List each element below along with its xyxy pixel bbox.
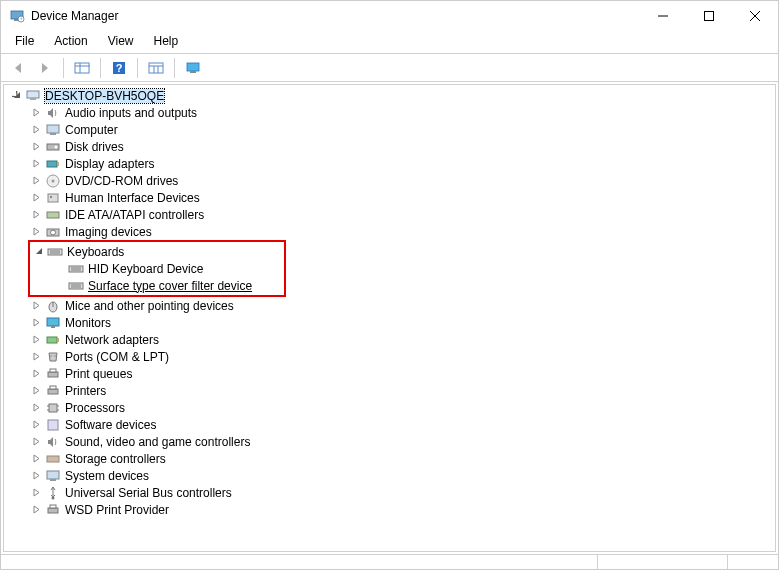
monitor-button[interactable] (181, 57, 205, 79)
window-controls (640, 1, 778, 31)
expand-icon[interactable] (30, 158, 42, 170)
hid-icon (45, 190, 61, 206)
device-hid-keyboard[interactable]: HID Keyboard Device (30, 260, 284, 277)
category-software[interactable]: Software devices (6, 416, 773, 433)
show-hide-tree-button[interactable] (70, 57, 94, 79)
svg-rect-36 (69, 266, 83, 272)
expand-icon[interactable] (30, 124, 42, 136)
cpu-icon (45, 400, 61, 416)
expand-icon[interactable] (30, 504, 42, 516)
svg-rect-7 (75, 63, 89, 73)
svg-rect-16 (187, 63, 199, 71)
category-disk[interactable]: Disk drives (6, 138, 773, 155)
toolbar: ? (1, 54, 778, 82)
disk-icon (45, 139, 61, 155)
menu-view[interactable]: View (100, 32, 142, 50)
svg-point-48 (50, 355, 51, 356)
category-computer[interactable]: Computer (6, 121, 773, 138)
expand-icon[interactable] (30, 453, 42, 465)
expand-icon[interactable] (30, 385, 42, 397)
expand-icon[interactable] (30, 436, 42, 448)
device-tree[interactable]: DESKTOP-BVH5OQE Audio inputs and outputs… (3, 84, 776, 552)
statusbar (1, 554, 778, 570)
category-keyboards[interactable]: Keyboards (30, 243, 284, 260)
category-dvd[interactable]: DVD/CD-ROM drives (6, 172, 773, 189)
category-sound[interactable]: Sound, video and game controllers (6, 433, 773, 450)
category-hid[interactable]: Human Interface Devices (6, 189, 773, 206)
expand-icon[interactable] (30, 470, 42, 482)
svg-rect-60 (47, 456, 59, 462)
expand-icon[interactable] (30, 300, 42, 312)
forward-button[interactable] (33, 57, 57, 79)
expand-icon[interactable] (30, 402, 42, 414)
expand-icon[interactable] (30, 487, 42, 499)
svg-point-63 (52, 496, 55, 499)
keyboard-icon (47, 244, 63, 260)
keyboard-icon (68, 278, 84, 294)
svg-rect-20 (47, 125, 59, 133)
category-system[interactable]: System devices (6, 467, 773, 484)
svg-rect-50 (48, 372, 58, 377)
maximize-button[interactable] (686, 1, 732, 31)
mouse-icon (45, 298, 61, 314)
category-printers[interactable]: Printers (6, 382, 773, 399)
expand-icon[interactable] (30, 192, 42, 204)
category-print-queues[interactable]: Print queues (6, 365, 773, 382)
category-monitors[interactable]: Monitors (6, 314, 773, 331)
svg-rect-4 (705, 12, 714, 21)
pc-icon (45, 122, 61, 138)
back-button[interactable] (7, 57, 31, 79)
category-ide[interactable]: IDE ATA/ATAPI controllers (6, 206, 773, 223)
system-icon (45, 468, 61, 484)
svg-rect-62 (50, 479, 56, 481)
expand-icon[interactable] (30, 334, 42, 346)
device-surface-type-cover[interactable]: Surface type cover filter device (30, 277, 284, 294)
root-label[interactable]: DESKTOP-BVH5OQE (45, 89, 164, 103)
collapse-icon[interactable] (32, 246, 44, 258)
svg-rect-39 (69, 283, 83, 289)
software-icon (45, 417, 61, 433)
category-wsd[interactable]: WSD Print Provider (6, 501, 773, 518)
category-storage[interactable]: Storage controllers (6, 450, 773, 467)
scan-hardware-button[interactable] (144, 57, 168, 79)
category-audio[interactable]: Audio inputs and outputs (6, 104, 773, 121)
camera-icon (45, 224, 61, 240)
minimize-button[interactable] (640, 1, 686, 31)
speaker-icon (45, 105, 61, 121)
svg-rect-59 (48, 420, 58, 430)
expand-icon[interactable] (30, 175, 42, 187)
storage-icon (45, 451, 61, 467)
expand-icon[interactable] (30, 226, 42, 238)
category-network[interactable]: Network adapters (6, 331, 773, 348)
category-imaging[interactable]: Imaging devices (6, 223, 773, 240)
category-ports[interactable]: Ports (COM & LPT) (6, 348, 773, 365)
menu-file[interactable]: File (7, 32, 42, 50)
category-usb[interactable]: Universal Serial Bus controllers (6, 484, 773, 501)
help-button[interactable]: ? (107, 57, 131, 79)
category-processors[interactable]: Processors (6, 399, 773, 416)
svg-rect-61 (47, 471, 59, 479)
monitor-icon (45, 315, 61, 331)
expand-icon[interactable] (30, 419, 42, 431)
expand-icon[interactable] (30, 368, 42, 380)
close-button[interactable] (732, 1, 778, 31)
display-adapter-icon (45, 156, 61, 172)
expand-icon[interactable] (30, 209, 42, 221)
tree-root[interactable]: DESKTOP-BVH5OQE (6, 87, 773, 104)
menu-action[interactable]: Action (46, 32, 95, 50)
expand-icon[interactable] (30, 107, 42, 119)
menu-help[interactable]: Help (146, 32, 187, 50)
svg-text:?: ? (116, 62, 123, 74)
network-icon (45, 332, 61, 348)
cd-icon (45, 173, 61, 189)
usb-icon (45, 485, 61, 501)
category-display[interactable]: Display adapters (6, 155, 773, 172)
category-mice[interactable]: Mice and other pointing devices (6, 297, 773, 314)
expand-icon[interactable] (30, 317, 42, 329)
svg-point-27 (52, 179, 55, 182)
expand-icon[interactable] (30, 351, 42, 363)
svg-rect-17 (190, 71, 196, 73)
expand-icon[interactable] (30, 141, 42, 153)
port-icon (45, 349, 61, 365)
expand-icon[interactable] (10, 90, 22, 102)
